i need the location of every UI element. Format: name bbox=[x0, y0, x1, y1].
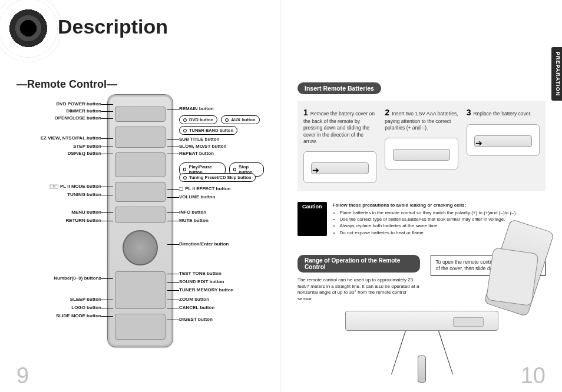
label-test-tone: TEST TONE button bbox=[179, 271, 222, 276]
battery-step-2-illustration bbox=[385, 138, 458, 170]
label-open-close: OPEN/CLOSE button bbox=[54, 115, 101, 121]
range-text: The remote control can be used up to app… bbox=[297, 277, 420, 303]
label-zoom: ZOOM button bbox=[179, 297, 209, 302]
page-number-left: 9 bbox=[16, 363, 29, 388]
label-tuner-mem: TUNER MEMORY button bbox=[179, 287, 233, 293]
label-info: INFO button bbox=[179, 210, 206, 215]
speaker-graphic bbox=[2, 2, 54, 54]
caution-item: Do not expose batteries to heat or flame… bbox=[340, 230, 517, 236]
caution-lead: Follow these precautions to avoid leakin… bbox=[333, 202, 517, 208]
battery-steps: 1Remove the battery cover on the back of… bbox=[297, 101, 546, 191]
remote-body bbox=[107, 94, 173, 347]
label-mute: MUTE button bbox=[179, 218, 209, 223]
label-volume: VOLUME button bbox=[179, 194, 215, 200]
label-plii-mode: ⬚⬚ PL II MODE button bbox=[49, 184, 101, 189]
label-cancel: CANCEL button bbox=[179, 305, 214, 310]
label-ezview: EZ VIEW, NTSC/PAL button bbox=[41, 135, 101, 141]
battery-step-3: 3Replace the battery cover. ➔ bbox=[467, 107, 540, 183]
label-menu: MENU button bbox=[71, 210, 101, 215]
callout-tuning-preset: Tuning Preset/CD Skip button bbox=[179, 173, 256, 182]
insert-batteries-heading: Insert Remote Batteries bbox=[297, 82, 381, 94]
label-sleep: SLEEP button bbox=[70, 297, 101, 302]
callout-tuner-band: TUNER BAND button bbox=[179, 126, 237, 135]
battery-step-1-illustration: ➔ bbox=[303, 151, 376, 183]
label-slow-most: SLOW, MO/ST button bbox=[179, 144, 226, 149]
label-digest: DIGEST button bbox=[179, 317, 213, 322]
section-tab: PREPARATION bbox=[551, 47, 562, 101]
callout-dvd-aux: DVD button AUX button bbox=[179, 115, 260, 124]
range-heading: Range of Operation of the Remote Control bbox=[297, 255, 420, 273]
label-dsp-eq: DSP/EQ button bbox=[68, 151, 101, 156]
remote-heading: —Remote Control— bbox=[16, 78, 264, 91]
player-range-illustration bbox=[345, 311, 498, 381]
label-step: STEP button bbox=[73, 144, 101, 149]
caution-item: Use the correct type of batteries.Batter… bbox=[340, 216, 517, 222]
label-remain: REMAIN button bbox=[179, 106, 214, 111]
page-number-right: 10 bbox=[521, 363, 546, 388]
label-repeat: REPEAT button bbox=[179, 151, 214, 156]
label-numbers: Number(0~9) buttons bbox=[54, 275, 101, 281]
label-subtitle: SUB TITLE button bbox=[179, 137, 219, 142]
battery-step-3-illustration: ➔ bbox=[467, 124, 540, 156]
remote-diagram: DVD POWER button DIMMER button OPEN/CLOS… bbox=[16, 94, 264, 371]
caution-item: Always replace both batteries at the sam… bbox=[340, 222, 517, 229]
label-direction: Direction/Enter button bbox=[179, 241, 229, 247]
label-dvd-power: DVD POWER button bbox=[57, 101, 101, 107]
label-dimmer: DIMMER button bbox=[66, 108, 101, 114]
caution-item: Place batteries in the remote control so… bbox=[340, 210, 517, 216]
battery-step-2: 2Insert two 1.5V AAA batteries, paying a… bbox=[385, 107, 458, 183]
label-slide-mode: SLIDE MODE button bbox=[56, 313, 101, 318]
label-tuning: TUNING button bbox=[67, 192, 101, 197]
label-sound-edit: SOUND EDIT button bbox=[179, 279, 224, 284]
label-logo: LOGO button bbox=[71, 305, 101, 310]
battery-step-1: 1Remove the battery cover on the back of… bbox=[303, 107, 376, 183]
label-return: RETURN button bbox=[66, 218, 101, 223]
page-title: Description bbox=[58, 15, 264, 38]
label-plii-effect: ⬚ PL II EFFECT button bbox=[179, 186, 230, 191]
caution-chip: Caution bbox=[297, 202, 327, 236]
